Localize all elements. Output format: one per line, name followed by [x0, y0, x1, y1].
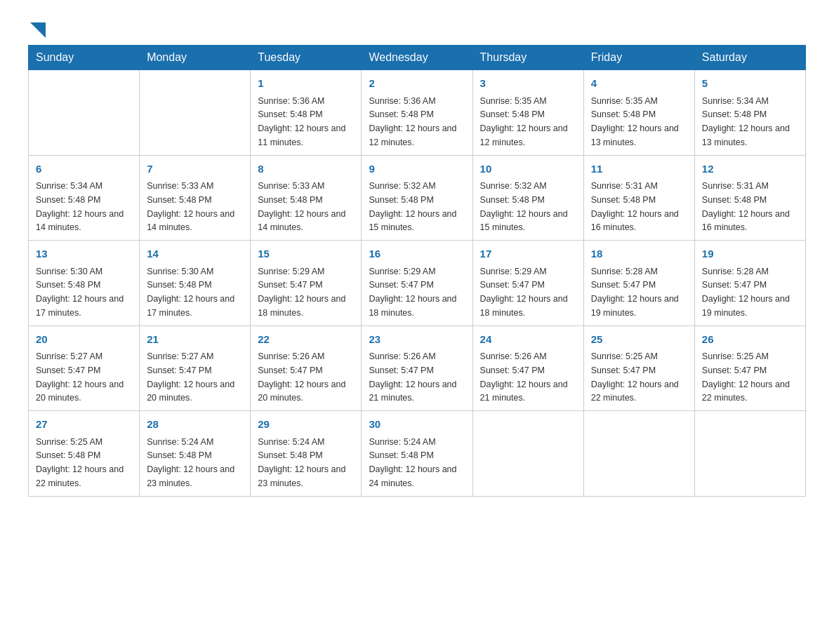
day-info: Sunrise: 5:25 AMSunset: 5:47 PMDaylight:… [591, 351, 679, 403]
calendar-day-cell: 12Sunrise: 5:31 AMSunset: 5:48 PMDayligh… [694, 155, 805, 241]
day-info: Sunrise: 5:32 AMSunset: 5:48 PMDaylight:… [480, 181, 568, 232]
calendar-header-row: SundayMondayTuesdayWednesdayThursdayFrid… [29, 46, 806, 70]
day-info: Sunrise: 5:25 AMSunset: 5:48 PMDaylight:… [36, 437, 124, 488]
calendar-day-cell [583, 411, 694, 497]
calendar-day-cell: 5Sunrise: 5:34 AMSunset: 5:48 PMDaylight… [694, 70, 805, 156]
day-number: 4 [591, 76, 687, 92]
calendar-day-cell: 11Sunrise: 5:31 AMSunset: 5:48 PMDayligh… [583, 155, 694, 241]
day-info: Sunrise: 5:25 AMSunset: 5:47 PMDaylight:… [702, 351, 790, 403]
day-number: 2 [369, 76, 465, 92]
day-number: 7 [147, 161, 243, 177]
day-number: 25 [591, 332, 687, 348]
day-info: Sunrise: 5:26 AMSunset: 5:47 PMDaylight:… [258, 351, 345, 403]
day-number: 1 [258, 76, 354, 92]
day-number: 29 [258, 417, 354, 433]
calendar-day-cell: 15Sunrise: 5:29 AMSunset: 5:47 PMDayligh… [251, 241, 362, 326]
calendar-day-cell [694, 411, 805, 497]
calendar-day-header: Thursday [472, 46, 583, 70]
calendar-week-row: 13Sunrise: 5:30 AMSunset: 5:48 PMDayligh… [29, 241, 806, 326]
calendar-day-cell: 7Sunrise: 5:33 AMSunset: 5:48 PMDaylight… [140, 155, 251, 241]
calendar-day-cell: 10Sunrise: 5:32 AMSunset: 5:48 PMDayligh… [472, 155, 583, 241]
calendar-day-cell [140, 70, 251, 156]
day-number: 27 [36, 417, 132, 433]
day-number: 13 [36, 246, 132, 262]
calendar-day-cell: 26Sunrise: 5:25 AMSunset: 5:47 PMDayligh… [694, 326, 805, 411]
calendar-day-cell: 29Sunrise: 5:24 AMSunset: 5:48 PMDayligh… [251, 411, 362, 497]
day-number: 6 [36, 161, 132, 177]
day-number: 5 [702, 76, 798, 92]
day-number: 18 [591, 246, 687, 262]
day-number: 17 [480, 246, 576, 262]
day-number: 14 [147, 246, 243, 262]
calendar-day-cell: 9Sunrise: 5:32 AMSunset: 5:48 PMDaylight… [362, 155, 472, 241]
day-info: Sunrise: 5:33 AMSunset: 5:48 PMDaylight:… [258, 181, 345, 232]
calendar-day-cell: 4Sunrise: 5:35 AMSunset: 5:48 PMDaylight… [583, 70, 694, 156]
svg-marker-0 [30, 22, 46, 38]
calendar-day-cell [472, 411, 583, 497]
calendar-day-cell: 27Sunrise: 5:25 AMSunset: 5:48 PMDayligh… [29, 411, 140, 497]
day-number: 10 [480, 161, 576, 177]
day-number: 11 [591, 161, 687, 177]
day-info: Sunrise: 5:27 AMSunset: 5:47 PMDaylight:… [36, 351, 124, 403]
calendar-day-header: Sunday [29, 46, 140, 70]
calendar-day-header: Friday [583, 46, 694, 70]
day-info: Sunrise: 5:36 AMSunset: 5:48 PMDaylight:… [369, 96, 456, 147]
calendar-day-cell: 30Sunrise: 5:24 AMSunset: 5:48 PMDayligh… [362, 411, 472, 497]
calendar-day-cell: 17Sunrise: 5:29 AMSunset: 5:47 PMDayligh… [472, 241, 583, 326]
page-header [28, 21, 806, 38]
day-info: Sunrise: 5:29 AMSunset: 5:47 PMDaylight:… [480, 267, 568, 318]
day-info: Sunrise: 5:24 AMSunset: 5:48 PMDaylight:… [147, 437, 234, 488]
day-info: Sunrise: 5:30 AMSunset: 5:48 PMDaylight:… [36, 267, 124, 318]
calendar-week-row: 6Sunrise: 5:34 AMSunset: 5:48 PMDaylight… [29, 155, 806, 241]
day-number: 16 [369, 246, 465, 262]
day-info: Sunrise: 5:24 AMSunset: 5:48 PMDaylight:… [369, 437, 456, 488]
day-number: 28 [147, 417, 243, 433]
day-info: Sunrise: 5:26 AMSunset: 5:47 PMDaylight:… [480, 351, 568, 403]
calendar-table: SundayMondayTuesdayWednesdayThursdayFrid… [28, 45, 806, 497]
calendar-day-cell: 21Sunrise: 5:27 AMSunset: 5:47 PMDayligh… [140, 326, 251, 411]
logo-triangle-icon [30, 22, 46, 38]
calendar-day-cell: 1Sunrise: 5:36 AMSunset: 5:48 PMDaylight… [251, 70, 362, 156]
day-info: Sunrise: 5:32 AMSunset: 5:48 PMDaylight:… [369, 181, 456, 232]
day-number: 3 [480, 76, 576, 92]
day-number: 23 [369, 332, 465, 348]
day-info: Sunrise: 5:27 AMSunset: 5:47 PMDaylight:… [147, 351, 234, 403]
day-number: 8 [258, 161, 354, 177]
calendar-day-cell: 24Sunrise: 5:26 AMSunset: 5:47 PMDayligh… [472, 326, 583, 411]
day-info: Sunrise: 5:33 AMSunset: 5:48 PMDaylight:… [147, 181, 234, 232]
calendar-day-cell: 23Sunrise: 5:26 AMSunset: 5:47 PMDayligh… [362, 326, 472, 411]
day-number: 22 [258, 332, 354, 348]
day-number: 19 [702, 246, 798, 262]
day-number: 20 [36, 332, 132, 348]
calendar-day-cell: 13Sunrise: 5:30 AMSunset: 5:48 PMDayligh… [29, 241, 140, 326]
day-number: 30 [369, 417, 465, 433]
day-number: 26 [702, 332, 798, 348]
calendar-day-cell: 18Sunrise: 5:28 AMSunset: 5:47 PMDayligh… [583, 241, 694, 326]
logo [28, 21, 46, 38]
calendar-day-cell: 6Sunrise: 5:34 AMSunset: 5:48 PMDaylight… [29, 155, 140, 241]
day-info: Sunrise: 5:35 AMSunset: 5:48 PMDaylight:… [591, 96, 679, 147]
day-info: Sunrise: 5:35 AMSunset: 5:48 PMDaylight:… [480, 96, 568, 147]
calendar-day-header: Tuesday [251, 46, 362, 70]
calendar-day-cell: 20Sunrise: 5:27 AMSunset: 5:47 PMDayligh… [29, 326, 140, 411]
calendar-day-cell: 2Sunrise: 5:36 AMSunset: 5:48 PMDaylight… [362, 70, 472, 156]
day-number: 9 [369, 161, 465, 177]
calendar-day-cell [29, 70, 140, 156]
day-info: Sunrise: 5:36 AMSunset: 5:48 PMDaylight:… [258, 96, 345, 147]
calendar-day-cell: 14Sunrise: 5:30 AMSunset: 5:48 PMDayligh… [140, 241, 251, 326]
calendar-day-cell: 3Sunrise: 5:35 AMSunset: 5:48 PMDaylight… [472, 70, 583, 156]
calendar-day-cell: 8Sunrise: 5:33 AMSunset: 5:48 PMDaylight… [251, 155, 362, 241]
calendar-day-header: Saturday [694, 46, 805, 70]
calendar-day-header: Wednesday [362, 46, 472, 70]
calendar-day-cell: 25Sunrise: 5:25 AMSunset: 5:47 PMDayligh… [583, 326, 694, 411]
calendar-day-cell: 16Sunrise: 5:29 AMSunset: 5:47 PMDayligh… [362, 241, 472, 326]
calendar-day-header: Monday [140, 46, 251, 70]
day-info: Sunrise: 5:28 AMSunset: 5:47 PMDaylight:… [591, 267, 679, 318]
day-number: 12 [702, 161, 798, 177]
day-info: Sunrise: 5:31 AMSunset: 5:48 PMDaylight:… [591, 181, 679, 232]
day-info: Sunrise: 5:24 AMSunset: 5:48 PMDaylight:… [258, 437, 345, 488]
day-info: Sunrise: 5:34 AMSunset: 5:48 PMDaylight:… [36, 181, 124, 232]
day-number: 21 [147, 332, 243, 348]
day-info: Sunrise: 5:34 AMSunset: 5:48 PMDaylight:… [702, 96, 790, 147]
day-number: 24 [480, 332, 576, 348]
